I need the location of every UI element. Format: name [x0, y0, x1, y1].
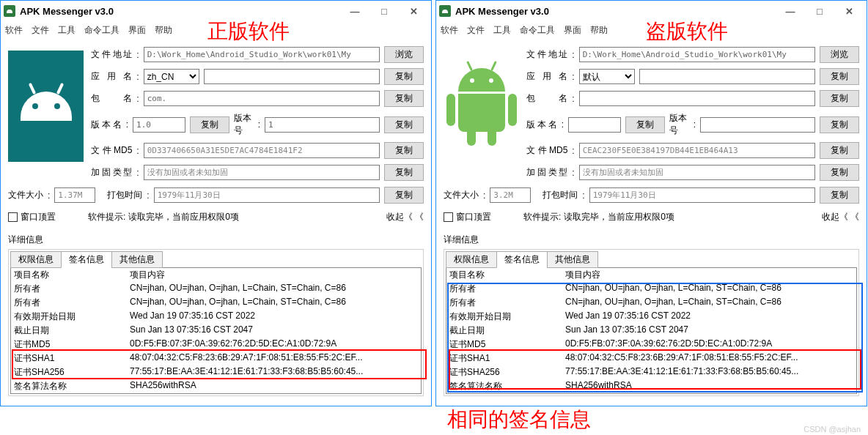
menu-cmd[interactable]: 命令工具	[520, 24, 555, 37]
vercode-input[interactable]	[700, 117, 815, 133]
table-row: 截止日期Sun Jan 13 07:35:16 CST 2047	[446, 324, 856, 338]
md5-input[interactable]	[579, 143, 815, 158]
browse-button[interactable]: 浏览	[384, 46, 424, 63]
copy-pkg-button[interactable]: 复制	[384, 90, 424, 107]
browse-button[interactable]: 浏览	[820, 46, 859, 63]
collapse-button[interactable]: 收起《 《	[822, 211, 859, 223]
details-label: 详细信息	[8, 234, 424, 246]
copy-appname-button[interactable]: 复制	[820, 68, 859, 85]
appname-label: 应用名	[526, 70, 567, 83]
packtime-label: 打包时间	[542, 189, 578, 201]
details-label: 详细信息	[444, 234, 859, 246]
menu-help[interactable]: 帮助	[590, 24, 608, 37]
table-row: 证书SHA148:07:04:32:C5:F8:23:6B:29:A7:1F:0…	[11, 352, 421, 365]
menu-cmd[interactable]: 命令工具	[84, 24, 119, 37]
signature-table: 项目名称项目内容 所有者CN=jhan, OU=jhan, O=jhan, L=…	[10, 267, 422, 394]
appname-label: 应用名	[91, 70, 132, 83]
filesize-label: 文件大小	[444, 189, 479, 201]
appname-select[interactable]: zh_CN	[144, 69, 199, 84]
packtime-input	[154, 187, 380, 203]
path-input[interactable]	[144, 47, 380, 62]
menu-file[interactable]: 文件	[467, 24, 485, 37]
copy-vercode-button[interactable]: 复制	[384, 116, 424, 133]
copy-ver-button[interactable]: 复制	[625, 116, 665, 133]
path-label: 文件地址	[91, 48, 132, 61]
pin-checkbox[interactable]	[444, 212, 453, 222]
app-icon	[4, 5, 15, 17]
titlebar[interactable]: APK Messenger v3.0	[436, 1, 867, 21]
tab-permissions[interactable]: 权限信息	[446, 251, 497, 268]
ver-label: 版本名	[91, 119, 121, 131]
copy-pkg-button[interactable]: 复制	[820, 90, 859, 107]
table-row: 有效期开始日期Wed Jan 19 07:35:16 CST 2022	[446, 310, 856, 324]
maximize-button[interactable]	[805, 2, 834, 20]
titlebar[interactable]: APK Messenger v3.0	[1, 1, 431, 21]
copy-packtime-button[interactable]: 复制	[820, 187, 859, 204]
vercode-input[interactable]	[265, 117, 380, 133]
minimize-button[interactable]	[776, 2, 805, 20]
ver-input[interactable]	[568, 117, 621, 133]
tip-text: 读取完毕，当前应用权限0项	[128, 211, 239, 223]
pkg-input[interactable]	[579, 91, 815, 106]
apk-icon	[444, 51, 519, 162]
copy-harden-button[interactable]: 复制	[384, 164, 424, 181]
pin-label: 窗口顶置	[456, 211, 491, 223]
table-row: 截止日期Sun Jan 13 07:35:16 CST 2047	[11, 324, 421, 338]
ver-input[interactable]	[133, 117, 185, 133]
menu-software[interactable]: 软件	[441, 24, 458, 37]
copy-md5-button[interactable]: 复制	[820, 142, 859, 159]
menu-ui[interactable]: 界面	[128, 24, 146, 37]
appname-input[interactable]	[639, 69, 815, 84]
copy-vercode-button[interactable]: 复制	[820, 116, 859, 133]
annotation-same-signature: 相同的签名信息	[447, 406, 591, 434]
copy-ver-button[interactable]: 复制	[190, 116, 229, 133]
appname-input[interactable]	[204, 69, 380, 84]
harden-input[interactable]	[579, 165, 815, 180]
md5-label: 文件MD5	[91, 144, 132, 157]
tip-label: 软件提示:	[523, 211, 561, 223]
tab-signature[interactable]: 签名信息	[61, 251, 112, 268]
path-input[interactable]	[579, 47, 815, 62]
pkg-label: 包名	[91, 92, 132, 105]
copy-harden-button[interactable]: 复制	[820, 164, 859, 181]
harden-input[interactable]	[144, 165, 380, 180]
minimize-button[interactable]	[340, 2, 369, 20]
window-title: APK Messenger v3.0	[455, 6, 549, 17]
harden-label: 加固类型	[526, 166, 567, 179]
packtime-label: 打包时间	[107, 189, 142, 201]
copy-packtime-button[interactable]: 复制	[384, 187, 424, 204]
packtime-input	[589, 187, 815, 203]
tab-other[interactable]: 其他信息	[547, 251, 598, 268]
menu-file[interactable]: 文件	[32, 24, 49, 37]
close-button[interactable]	[399, 2, 428, 20]
copy-appname-button[interactable]: 复制	[384, 68, 424, 85]
tip-text: 读取完毕，当前应用权限0项	[564, 211, 674, 223]
menu-ui[interactable]: 界面	[564, 24, 581, 37]
menu-tool[interactable]: 工具	[58, 24, 76, 37]
window-controls	[340, 2, 428, 20]
pin-checkbox[interactable]	[8, 212, 18, 222]
table-row: 所有者CN=jhan, OU=jhan, O=jhan, L=Chain, ST…	[11, 282, 421, 296]
md5-input[interactable]	[144, 143, 380, 158]
apk-icon	[8, 51, 84, 162]
close-button[interactable]	[834, 2, 864, 20]
menu-software[interactable]: 软件	[5, 24, 23, 37]
table-row: 所有者CN=jhan, OU=jhan, O=jhan, L=Chain, ST…	[446, 296, 856, 310]
filesize-input	[490, 187, 531, 203]
tab-signature[interactable]: 签名信息	[496, 251, 548, 268]
pkg-input[interactable]	[144, 91, 380, 106]
maximize-button[interactable]	[369, 2, 399, 20]
menu-help[interactable]: 帮助	[155, 24, 172, 37]
appname-select[interactable]: 默认	[579, 69, 635, 84]
table-row: 证书MD50D:F5:FB:07:3F:0A:39:62:76:2D:5D:EC…	[446, 338, 856, 352]
vercode-label: 版本号	[669, 112, 689, 137]
tab-permissions[interactable]: 权限信息	[10, 251, 62, 268]
menu-tool[interactable]: 工具	[493, 24, 511, 37]
filesize-label: 文件大小	[8, 189, 43, 201]
window-title: APK Messenger v3.0	[20, 6, 114, 17]
collapse-button[interactable]: 收起《 《	[386, 211, 424, 223]
tab-other[interactable]: 其他信息	[111, 251, 163, 268]
path-label: 文件地址	[526, 48, 567, 61]
vercode-label: 版本号	[234, 112, 254, 137]
copy-md5-button[interactable]: 复制	[384, 142, 424, 159]
